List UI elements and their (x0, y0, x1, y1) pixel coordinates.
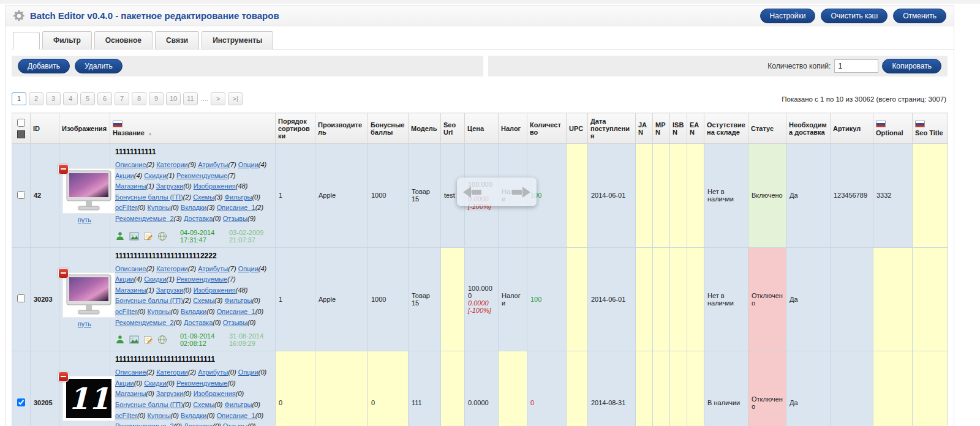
delete-button[interactable]: Удалить (75, 59, 123, 73)
product-link[interactable]: Скидки (144, 275, 166, 283)
tab-фильтр[interactable]: Фильтр (42, 31, 92, 49)
product-link[interactable]: Изображения (194, 390, 236, 397)
product-link[interactable]: Скидки (144, 379, 166, 387)
product-link[interactable]: Фильтры (225, 297, 252, 304)
image-path-link[interactable]: путь (78, 320, 91, 327)
tab-инструменты[interactable]: Инструменты (202, 31, 273, 49)
product-link[interactable]: Акции (115, 172, 134, 179)
product-link[interactable]: Отзывы (223, 215, 247, 222)
clear-cache-button[interactable]: Очистить кэш (821, 9, 888, 23)
product-link[interactable]: Вкладки (181, 308, 206, 315)
image-icon[interactable] (129, 231, 139, 241)
remove-image-icon[interactable] (58, 372, 69, 382)
product-link[interactable]: Доставка (184, 215, 213, 222)
product-link[interactable]: Доставка (184, 319, 213, 326)
product-link[interactable]: ocFilter (115, 204, 137, 211)
column-header-name[interactable]: Название▲ (110, 113, 276, 144)
page-button-7[interactable]: 7 (115, 92, 129, 105)
product-link[interactable]: Описание (115, 161, 146, 168)
product-link[interactable]: Схемы (193, 297, 214, 304)
select-all-checkbox[interactable] (17, 119, 25, 127)
person-icon[interactable] (115, 335, 125, 345)
product-link[interactable]: Отзывы (223, 422, 247, 426)
product-link[interactable]: Акции (115, 275, 134, 283)
product-link[interactable]: Скидки (144, 172, 166, 179)
page-button-11[interactable]: 11 (183, 92, 198, 105)
product-link[interactable]: Фильтры (225, 193, 252, 201)
product-link[interactable]: Рекомендуемые (176, 275, 227, 283)
product-link[interactable]: Рекомендуемые_2 (115, 215, 174, 222)
tab-связи[interactable]: Связи (155, 31, 199, 49)
page-button-10[interactable]: 10 (166, 92, 181, 105)
image-icon[interactable] (129, 335, 139, 345)
add-button[interactable]: Добавить (18, 59, 70, 73)
product-link[interactable]: Бонусные баллы (ГП) (115, 401, 183, 408)
page-button-1[interactable]: 1 (12, 92, 26, 105)
product-link[interactable]: Отзывы (223, 319, 247, 326)
page-button-8[interactable]: 8 (132, 92, 146, 105)
product-link[interactable]: Категории (156, 265, 188, 272)
next-arrow-icon[interactable] (512, 187, 530, 198)
cancel-button[interactable]: Отменить (893, 9, 946, 23)
copy-button[interactable]: Копировать (882, 59, 941, 73)
product-link[interactable]: Купоны (148, 308, 171, 315)
product-link[interactable]: Описание_1 (217, 412, 255, 419)
product-link[interactable]: Атрибуты (198, 265, 228, 272)
tab-active-blank[interactable] (13, 32, 40, 50)
product-link[interactable]: Бонусные баллы (ГП) (115, 193, 183, 201)
prev-arrow-icon[interactable] (463, 187, 481, 198)
product-link[interactable]: Вкладки (181, 204, 206, 211)
note-edit-icon[interactable] (143, 335, 153, 345)
product-link[interactable]: Схемы (193, 401, 214, 408)
globe-icon[interactable] (157, 335, 167, 345)
copies-input[interactable] (834, 59, 878, 73)
person-icon[interactable] (115, 231, 125, 241)
image-path-link[interactable]: путь (78, 424, 91, 426)
product-link[interactable]: Рекомендуемые (176, 172, 227, 179)
product-link[interactable]: Магазины (115, 286, 146, 294)
settings-button[interactable]: Настройки (760, 9, 816, 23)
product-link[interactable]: Рекомендуемые (176, 379, 227, 387)
product-link[interactable]: Загрузки (156, 286, 183, 294)
product-link[interactable]: Изображения (194, 182, 236, 190)
product-link[interactable]: Описание (115, 265, 146, 272)
product-link[interactable]: Магазины (115, 390, 146, 397)
product-link[interactable]: Описание (115, 368, 146, 376)
product-link[interactable]: Загрузки (156, 390, 183, 397)
next-page-button[interactable]: > (211, 92, 225, 105)
product-link[interactable]: Акции (115, 379, 134, 387)
row-checkbox[interactable] (17, 294, 25, 302)
note-edit-icon[interactable] (143, 231, 153, 241)
product-link[interactable]: Атрибуты (198, 368, 228, 376)
product-link[interactable]: Опции (238, 368, 258, 376)
bulk-select-square[interactable] (17, 130, 25, 138)
page-button-2[interactable]: 2 (29, 92, 43, 105)
page-button-3[interactable]: 3 (46, 92, 61, 105)
product-image[interactable] (62, 272, 115, 318)
product-link[interactable]: Опции (238, 161, 258, 168)
remove-image-icon[interactable] (58, 164, 69, 174)
product-link[interactable]: Описание_1 (217, 204, 255, 211)
product-link[interactable]: Загрузки (156, 182, 183, 190)
product-link[interactable]: Доставка (184, 422, 213, 426)
product-link[interactable]: Купоны (148, 204, 171, 211)
product-image[interactable] (62, 168, 115, 214)
page-button-6[interactable]: 6 (97, 92, 112, 105)
product-link[interactable]: ocFilter (115, 412, 137, 419)
product-link[interactable]: Категории (156, 368, 188, 376)
image-path-link[interactable]: путь (78, 216, 91, 223)
product-link[interactable]: Атрибуты (198, 161, 228, 168)
last-page-button[interactable]: >| (228, 92, 243, 105)
product-link[interactable]: Описание_1 (217, 308, 255, 315)
page-button-5[interactable]: 5 (80, 92, 95, 105)
product-link[interactable]: Категории (156, 161, 188, 168)
row-checkbox[interactable] (17, 398, 25, 406)
globe-icon[interactable] (157, 231, 167, 241)
product-link[interactable]: Купоны (148, 412, 171, 419)
page-button-4[interactable]: 4 (63, 92, 78, 105)
product-link[interactable]: Опции (238, 265, 258, 272)
tab-основное[interactable]: Основное (94, 31, 153, 49)
product-link[interactable]: Изображения (194, 286, 236, 294)
product-link[interactable]: Схемы (193, 193, 214, 201)
product-link[interactable]: Магазины (115, 182, 146, 190)
